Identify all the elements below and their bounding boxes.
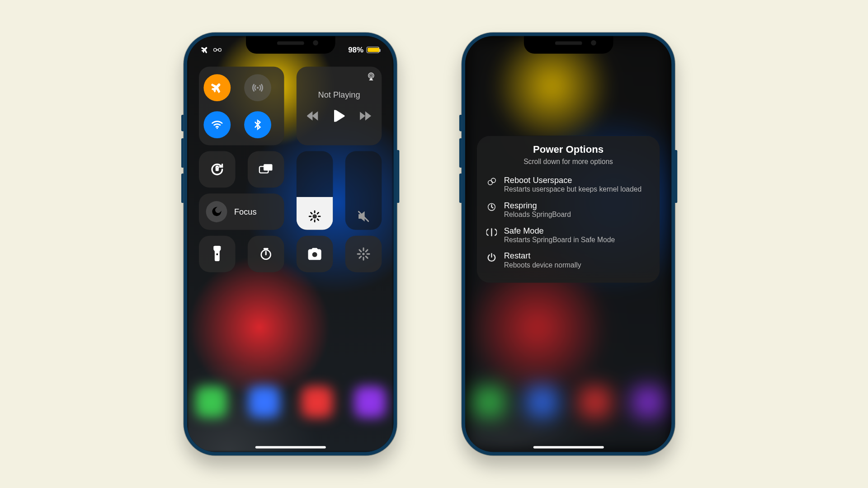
dock-blur: [187, 386, 393, 436]
timer-icon: [259, 247, 273, 261]
battery-icon: [367, 47, 380, 53]
power-options-button[interactable]: path{stroke:currentColor;stroke-width:2.…: [345, 236, 382, 272]
side-power-button: [397, 150, 399, 203]
volume-up-button: [181, 138, 184, 168]
respring-icon: [485, 202, 498, 212]
status-right: 98%: [348, 45, 379, 54]
switch-silence: [459, 115, 462, 131]
screen: Power Options Scroll down for more optio…: [465, 36, 671, 452]
forward-icon[interactable]: [360, 111, 372, 121]
focus-toggle[interactable]: Focus: [199, 193, 284, 230]
focus-label: Focus: [234, 207, 257, 216]
menu-title: Power Options: [485, 144, 651, 156]
airplay-icon[interactable]: [367, 71, 376, 81]
hotspot-icon: [213, 47, 222, 53]
cellular-toggle[interactable]: [244, 74, 271, 101]
media-title: Not Playing: [318, 90, 360, 99]
menu-item-desc: Reloads SpringBoard: [504, 211, 571, 219]
svg-rect-11: [217, 253, 218, 255]
menu-item-desc: Reboots device normally: [504, 261, 581, 269]
menu-item-title: Restart: [504, 251, 581, 261]
menu-item-title: Safe Mode: [504, 226, 615, 235]
timer-button[interactable]: [248, 236, 284, 272]
safe-mode-icon: [485, 227, 498, 237]
menu-item-respring[interactable]: Respring Reloads SpringBoard: [485, 197, 651, 222]
notch: [245, 36, 335, 54]
flashlight-toggle[interactable]: [199, 236, 236, 272]
airplane-icon: [211, 82, 223, 94]
moon-icon: [206, 201, 227, 222]
volume-down-button: [459, 174, 462, 203]
antenna-icon: [251, 81, 264, 94]
svg-point-16: [488, 180, 493, 185]
wifi-toggle[interactable]: [203, 111, 231, 138]
notch: [524, 36, 613, 54]
power-icon: [485, 252, 498, 263]
side-power-button: [675, 150, 677, 203]
screen-mirroring-toggle[interactable]: [248, 151, 284, 188]
airplane-icon: [201, 46, 209, 53]
battery-fill: [368, 47, 379, 52]
volume-slider[interactable]: [345, 151, 382, 230]
bluetooth-toggle[interactable]: [244, 111, 271, 138]
rotation-lock-icon: [209, 162, 225, 177]
svg-point-1: [218, 48, 222, 51]
svg-point-0: [214, 48, 217, 51]
menu-subtitle: Scroll down for more options: [485, 158, 651, 166]
svg-point-3: [217, 127, 218, 129]
dock-blur: [465, 386, 671, 436]
svg-point-15: [362, 253, 364, 255]
power-options-menu[interactable]: Power Options Scroll down for more optio…: [477, 136, 660, 283]
menu-item-desc: Restarts SpringBoard in Safe Mode: [504, 236, 615, 244]
bluetooth-icon: [251, 118, 263, 130]
menu-item-title: Reboot Userspace: [504, 175, 642, 185]
camera-button[interactable]: [297, 236, 333, 272]
volume-down-button: [181, 174, 184, 203]
media-module[interactable]: Not Playing: [297, 66, 382, 145]
play-icon[interactable]: [334, 110, 344, 122]
menu-item-reboot-userspace[interactable]: Reboot Userspace Restarts userspace but …: [485, 172, 651, 197]
svg-point-2: [256, 86, 258, 88]
connectivity-module: [199, 66, 284, 145]
flashlight-icon: [213, 246, 221, 262]
svg-point-6: [371, 75, 372, 76]
svg-rect-12: [214, 246, 220, 247]
burst-icon: path{stroke:currentColor;stroke-width:2.…: [356, 247, 370, 261]
phone-power-options: Power Options Scroll down for more optio…: [462, 33, 675, 455]
rotation-lock-toggle[interactable]: [199, 151, 236, 188]
camera-icon: [307, 248, 322, 261]
svg-point-10: [312, 214, 317, 219]
switch-silence: [181, 115, 184, 131]
stage: 98%: [1, 9, 867, 479]
sun-icon: [308, 210, 321, 223]
phone-control-center: 98%: [184, 33, 397, 455]
userspace-icon: [485, 177, 498, 187]
battery-percent: 98%: [348, 45, 363, 54]
screen: 98%: [187, 36, 393, 452]
rewind-icon[interactable]: [307, 111, 319, 121]
menu-item-safe-mode[interactable]: Safe Mode Restarts SpringBoard in Safe M…: [485, 222, 651, 248]
svg-point-14: [312, 252, 317, 257]
control-center: Not Playing: [199, 66, 382, 272]
svg-point-17: [491, 178, 495, 183]
menu-item-restart[interactable]: Restart Reboots device normally: [485, 248, 651, 273]
status-left: [201, 46, 222, 53]
screen-mirroring-icon: [258, 163, 274, 176]
menu-bottom-fade: [477, 271, 660, 283]
wifi-icon: [211, 118, 224, 131]
menu-item-title: Respring: [504, 201, 571, 210]
brightness-slider[interactable]: [297, 151, 333, 230]
home-indicator[interactable]: [255, 446, 326, 448]
menu-item-desc: Restarts userspace but keeps kernel load…: [504, 185, 642, 193]
airplane-toggle[interactable]: [203, 74, 231, 101]
media-transport: [307, 110, 372, 122]
home-indicator[interactable]: [533, 446, 604, 448]
volume-up-button: [459, 138, 462, 168]
svg-rect-9: [264, 164, 273, 170]
volume-muted-icon: [357, 210, 370, 223]
